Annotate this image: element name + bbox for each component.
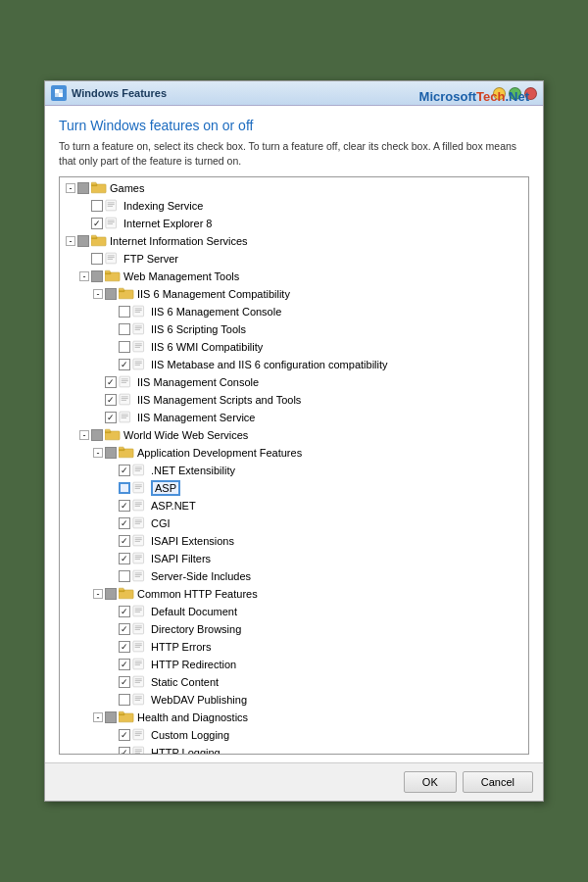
- tree-row[interactable]: - Internet Information Services: [62, 232, 526, 250]
- tree-row[interactable]: ✓ IIS Management Service: [62, 409, 526, 426]
- tree-checkbox[interactable]: [105, 447, 117, 459]
- tree-checkbox[interactable]: ✓: [105, 376, 117, 388]
- tree-row[interactable]: Indexing Service: [62, 197, 526, 215]
- tree-checkbox[interactable]: [119, 306, 130, 318]
- tree-checkbox[interactable]: ✓: [105, 412, 117, 423]
- file-icon: [132, 516, 148, 529]
- tree-row[interactable]: ✓ CGI: [62, 514, 526, 532]
- tree-row[interactable]: - Common HTTP Features: [62, 585, 526, 603]
- tree-checkbox[interactable]: ✓: [119, 623, 130, 635]
- tree-row[interactable]: - Health and Diagnostics: [62, 709, 526, 726]
- file-icon: [132, 358, 148, 370]
- file-icon: [132, 534, 148, 547]
- tree-row[interactable]: Server-Side Includes: [62, 567, 526, 585]
- tree-row[interactable]: - World Wide Web Services: [62, 426, 526, 444]
- tree-checkbox[interactable]: [119, 482, 130, 494]
- tree-checkbox[interactable]: ✓: [105, 394, 117, 406]
- folder-icon: [91, 234, 107, 247]
- tree-expander-spacer: [93, 395, 103, 405]
- tree-row[interactable]: ✓ ISAPI Filters: [62, 550, 526, 567]
- tree-row[interactable]: ✓ Custom Logging: [62, 726, 526, 744]
- tree-checkbox[interactable]: [105, 288, 117, 300]
- tree-checkbox[interactable]: [91, 270, 103, 282]
- tree-item-label: IIS Management Service: [137, 412, 255, 423]
- tree-checkbox[interactable]: [119, 323, 130, 335]
- tree-checkbox[interactable]: [77, 235, 89, 247]
- tree-checkbox[interactable]: ✓: [119, 359, 130, 370]
- tree-checkbox[interactable]: ✓: [119, 553, 130, 564]
- tree-checkbox[interactable]: [105, 711, 117, 723]
- svg-rect-119: [119, 711, 123, 714]
- tree-checkbox[interactable]: [119, 341, 130, 353]
- tree-row[interactable]: ✓ IIS Metabase and IIS 6 configuration c…: [62, 356, 526, 373]
- tree-row[interactable]: - IIS 6 Management Compatibility: [62, 285, 526, 303]
- tree-row[interactable]: ✓ Internet Explorer 8: [62, 215, 526, 232]
- tree-checkbox[interactable]: [91, 253, 103, 265]
- tree-expander[interactable]: -: [93, 712, 103, 722]
- tree-checkbox[interactable]: [119, 570, 130, 582]
- tree-expander-spacer: [79, 201, 89, 211]
- tree-row[interactable]: ✓ ISAPI Extensions: [62, 532, 526, 550]
- tree-row[interactable]: IIS 6 Scripting Tools: [62, 320, 526, 338]
- tree-row[interactable]: ✓ IIS Management Console: [62, 373, 526, 391]
- tree-row[interactable]: ✓ Default Document: [62, 603, 526, 620]
- tree-row[interactable]: ✓ Directory Browsing: [62, 620, 526, 638]
- tree-row[interactable]: ASP: [62, 479, 526, 497]
- tree-row[interactable]: IIS 6 Management Console: [62, 303, 526, 320]
- tree-row[interactable]: ✓ HTTP Logging: [62, 744, 526, 755]
- tree-row[interactable]: FTP Server: [62, 250, 526, 268]
- tree-expander-spacer: [107, 642, 117, 652]
- tree-row[interactable]: ✓ .NET Extensibility: [62, 462, 526, 479]
- svg-rect-93: [133, 606, 144, 616]
- tree-checkbox[interactable]: [105, 588, 117, 600]
- tree-checkbox[interactable]: ✓: [119, 659, 130, 670]
- tree-checkbox[interactable]: ✓: [119, 500, 130, 512]
- minimize-button[interactable]: [493, 87, 506, 100]
- tree-row[interactable]: ✓ IIS Management Scripts and Tools: [62, 391, 526, 409]
- close-button[interactable]: [524, 87, 537, 100]
- tree-row[interactable]: ✓ HTTP Redirection: [62, 656, 526, 673]
- svg-rect-78: [133, 535, 144, 546]
- tree-checkbox[interactable]: ✓: [119, 535, 130, 547]
- title-buttons: [493, 87, 537, 100]
- tree-checkbox[interactable]: ✓: [119, 641, 130, 653]
- svg-rect-66: [133, 482, 144, 493]
- tree-expander[interactable]: -: [93, 589, 103, 599]
- tree-expander[interactable]: -: [79, 430, 89, 440]
- tree-row[interactable]: - Application Development Features: [62, 444, 526, 462]
- tree-item-label: Custom Logging: [151, 729, 229, 741]
- tree-checkbox[interactable]: ✓: [119, 517, 130, 529]
- tree-item-label: IIS Management Scripts and Tools: [137, 394, 301, 406]
- tree-item-label: Internet Information Services: [110, 235, 248, 247]
- tree-checkbox[interactable]: ✓: [91, 218, 103, 229]
- file-icon: [132, 640, 148, 653]
- tree-checkbox[interactable]: [91, 429, 103, 441]
- tree-row[interactable]: ✓ Static Content: [62, 673, 526, 691]
- tree-row[interactable]: IIS 6 WMI Compatibility: [62, 338, 526, 356]
- tree-row[interactable]: - Web Management Tools: [62, 268, 526, 285]
- tree-checkbox[interactable]: ✓: [119, 465, 130, 476]
- tree-item-label: CGI: [151, 517, 171, 529]
- tree-expander-spacer: [107, 748, 117, 755]
- tree-checkbox[interactable]: ✓: [119, 729, 130, 741]
- tree-expander[interactable]: -: [79, 271, 89, 281]
- cancel-button[interactable]: Cancel: [463, 771, 533, 793]
- tree-checkbox[interactable]: [119, 694, 130, 706]
- tree-expander[interactable]: -: [66, 236, 75, 246]
- tree-checkbox[interactable]: ✓: [119, 747, 130, 755]
- svg-rect-27: [119, 288, 123, 291]
- tree-expander[interactable]: -: [66, 183, 75, 193]
- tree-row[interactable]: - Games: [62, 179, 526, 197]
- tree-expander[interactable]: -: [93, 289, 103, 299]
- tree-row[interactable]: ✓ HTTP Errors: [62, 638, 526, 656]
- tree-checkbox[interactable]: [91, 200, 103, 212]
- ok-button[interactable]: OK: [404, 771, 457, 793]
- maximize-button[interactable]: [509, 87, 521, 100]
- tree-row[interactable]: ✓ ASP.NET: [62, 497, 526, 514]
- tree-expander[interactable]: -: [93, 448, 103, 458]
- tree-checkbox[interactable]: ✓: [119, 676, 130, 688]
- features-tree[interactable]: - Games Indexing Service✓ Internet Explo…: [59, 176, 529, 755]
- tree-checkbox[interactable]: [77, 182, 89, 194]
- tree-row[interactable]: WebDAV Publishing: [62, 691, 526, 709]
- tree-checkbox[interactable]: ✓: [119, 606, 130, 617]
